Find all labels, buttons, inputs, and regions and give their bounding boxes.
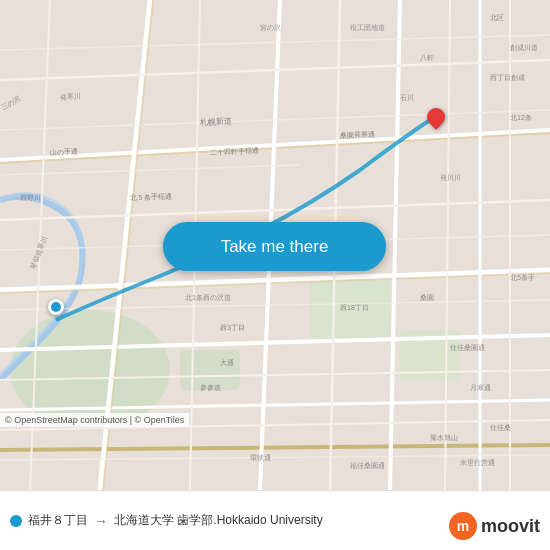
svg-text:西丁目創成: 西丁目創成 (490, 74, 525, 81)
destination-label: 北海道大学 歯学部.Hokkaido University (114, 512, 323, 529)
svg-text:月寒通: 月寒通 (470, 384, 491, 392)
svg-text:西18丁目: 西18丁目 (340, 304, 369, 311)
svg-text:発川川: 発川川 (440, 174, 461, 181)
svg-text:山の手通: 山の手通 (50, 148, 78, 156)
moovit-logo-icon: m (449, 512, 477, 540)
svg-text:西3丁目: 西3丁目 (220, 324, 245, 331)
svg-text:北1条西の沢道: 北1条西の沢道 (185, 294, 231, 301)
take-me-there-button[interactable]: Take me there (163, 222, 386, 271)
svg-text:札幌新道: 札幌新道 (200, 116, 232, 127)
svg-text:八軒: 八軒 (420, 54, 434, 62)
moovit-logo: m moovit (449, 512, 540, 540)
svg-text:役工団地道: 役工団地道 (350, 24, 385, 31)
arrow-icon: → (94, 513, 108, 529)
svg-text:福佳桑園通: 福佳桑園通 (350, 462, 385, 469)
svg-text:宮の沢: 宮の沢 (260, 24, 281, 31)
svg-text:北12条: 北12条 (510, 114, 532, 121)
svg-text:菊水旭山: 菊水旭山 (430, 434, 458, 441)
svg-text:住佳桑園通: 住佳桑園通 (449, 344, 485, 351)
svg-text:北区: 北区 (490, 14, 504, 21)
bottom-bar: 福井８丁目 → 北海道大学 歯学部.Hokkaido University m … (0, 490, 550, 550)
svg-text:石川: 石川 (400, 94, 414, 101)
svg-text:北５条手稲通: 北５条手稲通 (130, 193, 172, 201)
svg-text:米里行営通: 米里行営通 (460, 459, 495, 467)
origin-indicator (10, 515, 22, 527)
svg-text:住佳桑: 住佳桑 (489, 424, 511, 431)
svg-text:西野川: 西野川 (20, 194, 41, 201)
svg-text:参参道: 参参道 (200, 384, 221, 392)
origin-label: 福井８丁目 (28, 512, 88, 529)
origin-pin (48, 299, 64, 315)
svg-text:環状通: 環状通 (250, 454, 271, 461)
map-container: 札幌新道 山の手通 北５条手稲通 二十四軒手稲通 桑園発寒通 二十四軒 桑園 住… (0, 0, 550, 490)
map-attribution: © OpenStreetMap contributors | © OpenTil… (0, 413, 189, 427)
svg-text:創成川道: 創成川道 (510, 44, 538, 51)
svg-text:桑園: 桑園 (420, 294, 434, 301)
svg-text:北5条手: 北5条手 (510, 274, 535, 281)
moovit-logo-text: moovit (481, 516, 540, 537)
svg-text:大通: 大通 (220, 359, 234, 366)
